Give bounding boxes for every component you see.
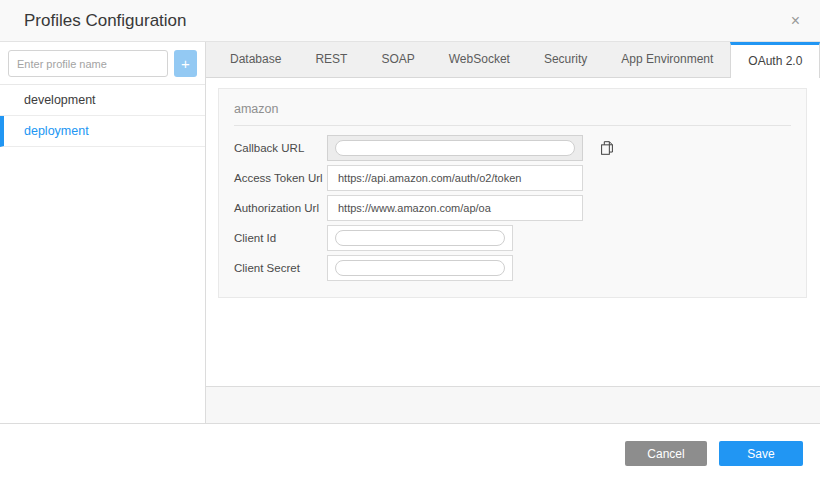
form-row-callback-url: Callback URL xyxy=(234,135,791,161)
client-id-field[interactable] xyxy=(327,225,513,251)
form-row-client-id: Client Id xyxy=(234,225,791,251)
client-secret-field[interactable] xyxy=(327,255,513,281)
tab-rest[interactable]: REST xyxy=(298,42,364,77)
add-profile-button[interactable]: + xyxy=(174,50,197,77)
tab-bar: DatabaseRESTSOAPWebSocketSecurityApp Env… xyxy=(206,42,820,78)
form-row-client-secret: Client Secret xyxy=(234,255,791,281)
tab-oauth-2-0[interactable]: OAuth 2.0 xyxy=(730,42,820,78)
field-label: Callback URL xyxy=(234,142,327,154)
tab-content-area: DatabaseRESTSOAPWebSocketSecurityApp Env… xyxy=(206,42,820,423)
profile-item-deployment[interactable]: deployment xyxy=(0,116,205,147)
field-label: Client Secret xyxy=(234,262,327,274)
callback-url-field xyxy=(327,135,583,161)
profile-input-row: + xyxy=(0,42,205,85)
tab-websocket[interactable]: WebSocket xyxy=(432,42,527,77)
copy-icon[interactable] xyxy=(598,139,616,157)
redacted-value xyxy=(335,260,505,276)
save-button[interactable]: Save xyxy=(719,441,803,466)
dialog-title: Profiles Configuration xyxy=(24,11,787,31)
provider-group-title: amazon xyxy=(234,102,791,126)
field-label: Access Token Url xyxy=(234,172,327,184)
tab-app-environment[interactable]: App Environment xyxy=(604,42,730,77)
profile-list: developmentdeployment xyxy=(0,85,205,147)
redacted-value xyxy=(335,230,505,246)
field-label: Authorization Url xyxy=(234,202,327,214)
tab-security[interactable]: Security xyxy=(527,42,604,77)
profiles-sidebar: + developmentdeployment xyxy=(0,42,206,423)
oauth-settings-panel: amazon Callback URLAccess Token UrlAutho… xyxy=(218,88,807,298)
close-icon[interactable]: × xyxy=(787,11,804,31)
cancel-button[interactable]: Cancel xyxy=(625,441,707,466)
content-footer-strip xyxy=(206,386,820,423)
profile-item-development[interactable]: development xyxy=(0,85,205,116)
redacted-value xyxy=(335,140,575,156)
profiles-configuration-dialog: Profiles Configuration × + developmentde… xyxy=(0,0,820,484)
form-row-access-token-url: Access Token Url xyxy=(234,165,791,191)
dialog-body: + developmentdeployment DatabaseRESTSOAP… xyxy=(0,42,820,424)
field-label: Client Id xyxy=(234,232,327,244)
profile-name-input[interactable] xyxy=(8,50,168,77)
authorization-url-input[interactable] xyxy=(327,195,583,221)
form-row-authorization-url: Authorization Url xyxy=(234,195,791,221)
dialog-header: Profiles Configuration × xyxy=(0,0,820,42)
tab-database[interactable]: Database xyxy=(213,42,298,77)
form-rows: Callback URLAccess Token UrlAuthorizatio… xyxy=(234,135,791,281)
tab-soap[interactable]: SOAP xyxy=(364,42,431,77)
dialog-footer: Cancel Save xyxy=(0,424,820,483)
access-token-url-input[interactable] xyxy=(327,165,583,191)
